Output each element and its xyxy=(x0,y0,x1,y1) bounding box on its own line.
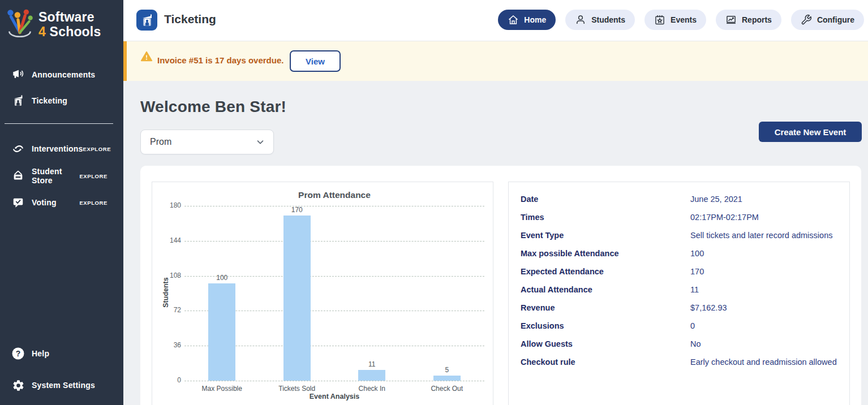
gridline xyxy=(184,241,484,242)
logo-text: Software 4 Schools xyxy=(38,10,101,39)
sidebar-item-student-store[interactable]: Student Store EXPLORE xyxy=(0,168,123,184)
y-tick-label: 144 xyxy=(158,236,181,244)
chevron-down-icon xyxy=(255,137,265,147)
detail-value: 170 xyxy=(690,267,704,276)
detail-label: Actual Attendance xyxy=(521,285,682,294)
detail-value: 100 xyxy=(690,249,704,258)
gear-icon xyxy=(11,378,25,392)
logo[interactable]: Software 4 Schools xyxy=(3,7,101,42)
nav-home-button[interactable]: Home xyxy=(498,10,556,30)
svg-text:?: ? xyxy=(16,349,21,358)
main-content: Welcome Ben Star! Prom Create New Event … xyxy=(123,81,868,405)
nav-reports-button[interactable]: Reports xyxy=(716,10,781,30)
create-new-event-button[interactable]: Create New Event xyxy=(759,122,862,142)
nav-students-button[interactable]: Students xyxy=(565,10,635,30)
chart-bar xyxy=(208,283,235,381)
nav-events-button[interactable]: Events xyxy=(644,10,706,30)
chart-title: Prom Attendance xyxy=(184,190,484,200)
nav-label: Configure xyxy=(817,15,854,24)
student-icon xyxy=(575,14,586,25)
home-icon xyxy=(508,14,519,25)
y-tick-label: 72 xyxy=(158,306,181,314)
top-header: Ticketing Home Students xyxy=(123,0,868,41)
sidebar-item-announcements[interactable]: Announcements xyxy=(0,67,123,83)
detail-label: Revenue xyxy=(521,303,682,312)
sidebar-item-system-settings[interactable]: System Settings xyxy=(0,377,123,393)
view-invoice-button[interactable]: View xyxy=(290,50,341,72)
detail-row: Allow GuestsNo xyxy=(509,335,850,353)
detail-row: Times02:17PM-02:17PM xyxy=(509,208,850,226)
detail-row: Revenue$7,162.93 xyxy=(509,299,850,317)
report-chart-icon xyxy=(725,14,737,25)
open-sign-icon xyxy=(11,169,25,183)
megaphone-icon xyxy=(11,68,25,81)
chart-bar xyxy=(283,216,311,381)
detail-label: Event Type xyxy=(521,231,682,240)
detail-label: Expected Attendance xyxy=(521,267,682,276)
detail-row: Actual Attendance11 xyxy=(509,281,850,299)
event-summary-card: Prom Attendance Students Event Analysis … xyxy=(140,166,861,405)
nav-label: Events xyxy=(671,15,697,24)
bar-value-label: 5 xyxy=(430,366,464,374)
detail-value: $7,162.93 xyxy=(690,303,727,312)
detail-row: Expected Attendance170 xyxy=(509,262,850,281)
sidebar-item-label: Voting xyxy=(32,198,79,207)
event-select-value: Prom xyxy=(150,137,255,147)
sidebar-item-label: Ticketing xyxy=(32,96,123,105)
nav-label: Students xyxy=(591,15,625,24)
sidebar-item-interventions[interactable]: Interventions EXPLORE xyxy=(0,141,123,157)
bar-value-label: 11 xyxy=(355,360,389,368)
nav-label: Home xyxy=(524,15,546,24)
nav-configure-button[interactable]: Configure xyxy=(791,10,864,30)
x-tick-label: Check Out xyxy=(410,385,484,393)
warning-icon xyxy=(140,50,153,65)
chart-x-axis-label: Event Analysis xyxy=(184,393,484,400)
chart-bar xyxy=(433,376,461,381)
sidebar-item-voting[interactable]: Voting EXPLORE xyxy=(0,195,123,210)
nav-label: Reports xyxy=(742,15,772,24)
sidebar-divider xyxy=(5,123,113,124)
ticketing-app-icon xyxy=(136,10,157,31)
detail-label: Exclusions xyxy=(521,321,682,330)
help-icon: ? xyxy=(11,347,25,360)
chart-bar xyxy=(358,370,385,381)
y-tick-label: 0 xyxy=(158,376,181,384)
sidebar-item-ticketing[interactable]: Ticketing xyxy=(0,93,123,109)
alert-message: Invoice #51 is 17 days overdue. xyxy=(157,55,283,65)
sidebar-item-help[interactable]: ? Help xyxy=(0,346,123,361)
sidebar-item-label: System Settings xyxy=(32,381,123,390)
x-tick-label: Tickets Sold xyxy=(260,385,334,393)
wrench-icon xyxy=(801,14,812,25)
detail-label: Max possible Attendance xyxy=(521,249,682,258)
y-tick-label: 36 xyxy=(158,341,181,349)
welcome-heading: Welcome Ben Star! xyxy=(140,98,286,116)
event-select-dropdown[interactable]: Prom xyxy=(140,130,274,154)
detail-row: Exclusions0 xyxy=(509,317,850,335)
detail-value: 11 xyxy=(690,285,699,294)
detail-value: Sell tickets and later record admissions xyxy=(690,231,832,240)
gridline xyxy=(184,206,484,206)
sidebar-item-label: Student Store xyxy=(32,167,79,185)
y-tick-label: 108 xyxy=(158,272,181,279)
top-nav: Home Students Events xyxy=(498,10,864,30)
event-details-panel: DateJune 25, 2021Times02:17PM-02:17PMEve… xyxy=(508,182,850,405)
explore-badge: EXPLORE xyxy=(79,173,108,179)
sidebar-item-label: Announcements xyxy=(32,70,123,79)
attendance-chart: Prom Attendance Students Event Analysis … xyxy=(152,182,493,405)
x-tick-label: Check In xyxy=(335,385,409,393)
detail-value: 02:17PM-02:17PM xyxy=(690,213,759,222)
detail-label: Checkout rule xyxy=(521,357,682,367)
sidebar-item-label: Help xyxy=(32,349,123,358)
page-title: Ticketing xyxy=(164,12,216,26)
bar-value-label: 170 xyxy=(280,206,314,214)
detail-label: Date xyxy=(521,195,682,204)
y-tick-label: 180 xyxy=(158,201,181,209)
detail-value: June 25, 2021 xyxy=(690,195,742,204)
logo-icon xyxy=(3,7,36,42)
detail-row: Checkout ruleEarly checkout and readmiss… xyxy=(509,353,850,371)
detail-label: Times xyxy=(521,213,682,222)
detail-value: 0 xyxy=(690,321,695,330)
app-window: Software 4 Schools Announcements xyxy=(0,0,868,405)
helping-hands-icon xyxy=(11,142,25,156)
explore-badge: EXPLORE xyxy=(79,200,108,206)
